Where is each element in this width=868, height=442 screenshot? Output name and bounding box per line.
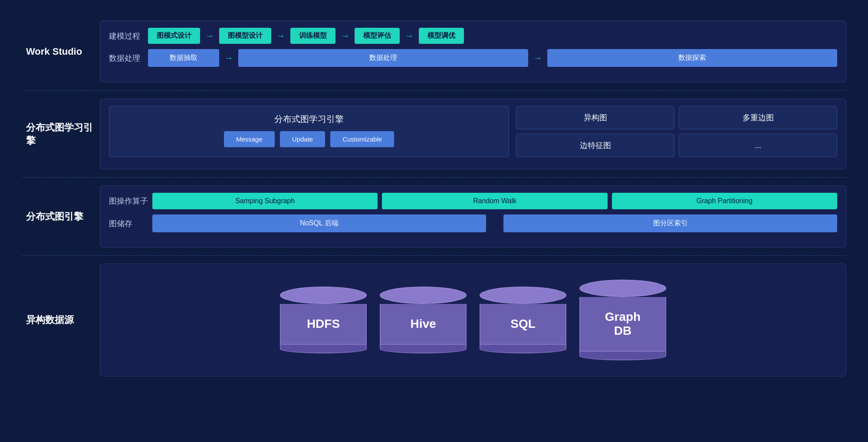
graphdb-label: Graph DB [605, 310, 641, 338]
dist-graph-content: 图操作算子 Samping Subgraph Random Walk Graph… [100, 185, 846, 247]
data-step-2: 数据处理 [238, 49, 528, 67]
data-step-3: 数据探索 [547, 49, 837, 67]
graph-type-edge: 边特征图 [516, 134, 674, 157]
cyl-body-hdfs: HDFS [280, 304, 367, 345]
hetero-cylinders: HDFS Hive SQL [109, 271, 837, 369]
work-studio-section: Work Studio 建模过程 图模式设计 → 图模型设计 → 训练模型 → … [22, 13, 846, 91]
graph-learning-label: 分布式图学习引擎 [22, 99, 100, 169]
message-btn[interactable]: Message [224, 131, 275, 147]
sql-label: SQL [510, 317, 536, 331]
data-processing-label: 数据处理 [109, 53, 144, 63]
cylinder-graphdb: Graph DB [579, 280, 666, 360]
arrow-4: → [405, 31, 414, 41]
op-graph-partition: Graph Partitioning [612, 193, 837, 209]
cyl-body-sql: SQL [480, 304, 566, 345]
model-step-2: 图模型设计 [219, 28, 271, 44]
cylinder-hive: Hive [380, 287, 467, 353]
model-step-3: 训练模型 [290, 28, 335, 44]
graph-engine-buttons: Message Update Customizable [116, 131, 502, 147]
graph-type-multi: 多重边图 [679, 106, 837, 129]
main-container: Work Studio 建模过程 图模式设计 → 图模型设计 → 训练模型 → … [22, 13, 846, 429]
cyl-bottom-sql [480, 345, 566, 353]
data-processing-steps: 数据抽取 → 数据处理 → 数据探索 [148, 49, 837, 67]
storage-row: 图储存 NoSQL 后端 图分区索引 [109, 214, 837, 232]
graph-type-grid: 异构图 多重边图 边特征图 ... [516, 106, 837, 157]
graph-type-more: ... [679, 134, 837, 157]
arrow-5: → [224, 53, 233, 63]
graph-learning-section: 分布式图学习引擎 分布式图学习引擎 Message Update Customi… [22, 91, 846, 178]
storage-index: 图分区索引 [503, 214, 837, 232]
modeling-row: 建模过程 图模式设计 → 图模型设计 → 训练模型 → 模型评估 → 模型调优 [109, 28, 837, 44]
arrow-2: → [276, 31, 285, 41]
cylinder-sql: SQL [480, 287, 566, 353]
storage-gap [490, 214, 499, 232]
graph-learn-inner: 分布式图学习引擎 Message Update Customizable 异构图… [109, 106, 837, 157]
graph-type-hetero: 异构图 [516, 106, 674, 129]
cyl-bottom-graphdb [579, 352, 666, 360]
operator-row: 图操作算子 Samping Subgraph Random Walk Graph… [109, 193, 837, 209]
op-random-walk: Random Walk [382, 193, 607, 209]
arrow-1: → [205, 31, 214, 41]
model-step-5: 模型调优 [419, 28, 464, 44]
hetero-data-section: 异构数据源 HDFS Hive [22, 256, 846, 384]
operator-boxes: Samping Subgraph Random Walk Graph Parti… [152, 193, 837, 209]
graph-learning-content: 分布式图学习引擎 Message Update Customizable 异构图… [100, 99, 846, 169]
cylinder-hdfs: HDFS [280, 287, 367, 353]
cyl-bottom-hive [380, 345, 467, 353]
customizable-btn[interactable]: Customizable [330, 131, 394, 147]
arrow-3: → [341, 31, 349, 41]
storage-nosql: NoSQL 后端 [152, 214, 486, 232]
model-step-1: 图模式设计 [148, 28, 200, 44]
work-studio-content: 建模过程 图模式设计 → 图模型设计 → 训练模型 → 模型评估 → 模型调优 … [100, 20, 846, 82]
storage-label: 图储存 [109, 218, 148, 229]
cyl-top-hdfs [280, 287, 367, 304]
storage-boxes: NoSQL 后端 图分区索引 [152, 214, 837, 232]
hetero-data-content: HDFS Hive SQL [100, 264, 846, 376]
graph-learn-left: 分布式图学习引擎 Message Update Customizable [109, 106, 509, 157]
data-processing-row: 数据处理 数据抽取 → 数据处理 → 数据探索 [109, 49, 837, 67]
data-step-1: 数据抽取 [148, 49, 219, 67]
work-studio-label: Work Studio [22, 20, 100, 82]
cyl-top-graphdb [579, 280, 666, 297]
cyl-body-hive: Hive [380, 304, 467, 345]
cyl-top-hive [380, 287, 467, 304]
cyl-body-graphdb: Graph DB [579, 297, 666, 352]
operator-label: 图操作算子 [109, 196, 148, 206]
update-btn[interactable]: Update [280, 131, 325, 147]
hive-label: Hive [410, 317, 436, 331]
hetero-data-label: 异构数据源 [22, 264, 100, 376]
arrow-6: → [533, 53, 542, 63]
graph-engine-title: 分布式图学习引擎 [116, 113, 502, 125]
op-sampling: Samping Subgraph [152, 193, 378, 209]
cyl-top-sql [480, 287, 566, 304]
model-step-4: 模型评估 [355, 28, 400, 44]
modeling-steps: 图模式设计 → 图模型设计 → 训练模型 → 模型评估 → 模型调优 [148, 28, 837, 44]
hdfs-label: HDFS [307, 317, 340, 331]
dist-graph-section: 分布式图引擎 图操作算子 Samping Subgraph Random Wal… [22, 178, 846, 256]
cyl-bottom-hdfs [280, 345, 367, 353]
dist-graph-label: 分布式图引擎 [22, 185, 100, 247]
modeling-label: 建模过程 [109, 31, 144, 41]
